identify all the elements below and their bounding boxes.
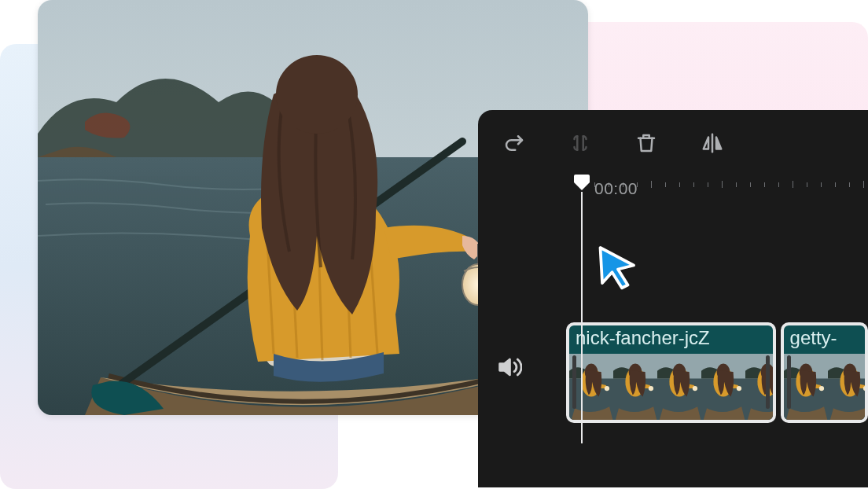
playhead-handle-icon xyxy=(572,173,591,192)
playhead[interactable] xyxy=(572,173,591,443)
clip-trim-handle-right[interactable] xyxy=(766,355,770,409)
delete-button[interactable] xyxy=(632,129,660,157)
split-button[interactable] xyxy=(566,129,594,157)
clip-thumbnails xyxy=(784,354,865,420)
audio-toggle-button[interactable] xyxy=(495,354,522,381)
flip-horizontal-icon xyxy=(700,131,725,155)
svg-point-17 xyxy=(605,386,609,391)
svg-point-32 xyxy=(737,386,741,391)
playhead-time-label: 00:00 xyxy=(594,179,638,198)
flip-button[interactable] xyxy=(698,129,726,157)
redo-icon xyxy=(502,131,526,155)
svg-point-47 xyxy=(818,386,823,391)
svg-point-22 xyxy=(649,386,653,391)
trash-icon xyxy=(634,131,658,155)
editor-toolbar xyxy=(478,110,868,171)
svg-point-12 xyxy=(276,55,358,134)
split-icon xyxy=(568,131,592,155)
timeline-clip[interactable]: getty- xyxy=(781,322,868,423)
svg-point-52 xyxy=(862,386,867,391)
clip-trim-handle-left[interactable] xyxy=(787,355,791,409)
cursor-pointer-icon xyxy=(594,244,642,291)
clip-track: nick-fancher-jcZ getty- xyxy=(566,322,868,423)
redo-button[interactable] xyxy=(500,129,528,157)
ruler-ticks xyxy=(478,178,868,201)
clip-label: nick-fancher-jcZ xyxy=(576,327,710,349)
video-editor-panel: 00:00 nick-fancher-jcZ xyxy=(478,110,868,487)
clip-label: getty- xyxy=(790,327,837,349)
speaker-icon xyxy=(495,354,522,381)
timeline-ruler[interactable]: 00:00 xyxy=(478,178,868,201)
svg-point-27 xyxy=(693,386,697,391)
clip-thumbnails xyxy=(569,354,773,420)
timeline-clip[interactable]: nick-fancher-jcZ xyxy=(566,322,776,423)
